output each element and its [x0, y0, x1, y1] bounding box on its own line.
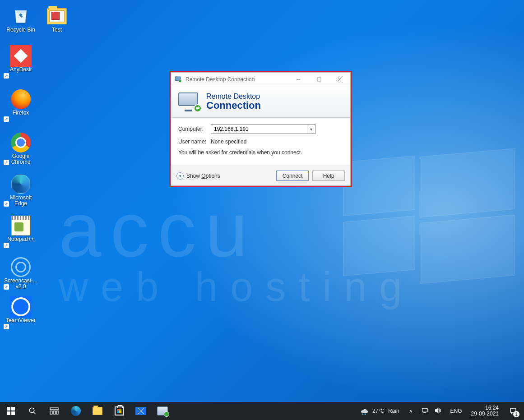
label-computer: Computer:	[178, 126, 211, 132]
tray-icons[interactable]	[418, 402, 445, 420]
desktop-icon-label: Firefox	[13, 110, 29, 116]
file-explorer-icon	[93, 407, 102, 415]
svg-rect-12	[50, 408, 58, 410]
taskbar-app-rdp[interactable]	[152, 402, 173, 420]
show-options-toggle[interactable]: ▾ Show Options	[176, 172, 220, 180]
shortcut-overlay-icon: ↗	[4, 243, 9, 248]
rdp-app-icon	[175, 76, 182, 83]
weather-icon	[360, 406, 369, 416]
rdp-icon	[157, 406, 168, 415]
shortcut-overlay-icon: ↗	[4, 160, 9, 165]
shortcut-overlay-icon: ↗	[4, 73, 9, 78]
ms-store-icon	[115, 406, 124, 415]
connect-button[interactable]: Connect	[276, 171, 309, 181]
svg-rect-15	[56, 411, 58, 414]
svg-line-16	[362, 413, 363, 415]
desktop-icon-test-folder[interactable]: Test	[39, 5, 75, 40]
computer-combobox[interactable]: ▾	[211, 124, 315, 134]
chevron-down-icon[interactable]: ▾	[307, 125, 315, 134]
desktop-icon-firefox[interactable]: ↗ Firefox	[3, 88, 39, 123]
shortcut-overlay-icon: ↗	[4, 116, 9, 122]
svg-line-18	[366, 413, 366, 415]
shortcut-overlay-icon: ↗	[4, 324, 9, 329]
svg-rect-8	[7, 411, 10, 415]
svg-rect-14	[53, 411, 56, 414]
volume-icon[interactable]	[434, 407, 441, 415]
desktop-icon-anydesk[interactable]: ↗ AnyDesk	[3, 44, 39, 79]
svg-line-11	[33, 412, 36, 414]
notification-count-badge: 1	[513, 411, 519, 417]
taskbar-app-edge[interactable]	[65, 402, 87, 420]
rdp-banner-icon: ⇄	[178, 92, 200, 111]
shortcut-overlay-icon: ↗	[4, 201, 9, 207]
svg-line-17	[364, 413, 364, 415]
weather-condition: Rain	[388, 408, 399, 414]
taskbar-clock[interactable]: 16:24 29-09-2021	[468, 405, 502, 417]
credentials-hint: You will be asked for credentials when y…	[178, 149, 343, 156]
folder-icon	[46, 5, 68, 27]
username-value: None specified	[211, 138, 246, 145]
svg-rect-3	[317, 78, 321, 81]
taskbar-app-store[interactable]	[108, 402, 130, 420]
rdp-window: Remote Desktop Connection ⇄ Remote Deskt…	[171, 72, 351, 186]
notepadpp-icon	[10, 215, 32, 236]
desktop-icon-label: Test	[52, 27, 62, 33]
svg-rect-7	[11, 407, 15, 411]
svg-rect-9	[11, 411, 15, 415]
search-button[interactable]	[22, 402, 43, 420]
svg-rect-6	[7, 407, 10, 411]
tray-overflow[interactable]: ʌ	[406, 402, 416, 420]
computer-input[interactable]	[214, 125, 307, 134]
weather-widget[interactable]: 27°C Rain	[355, 402, 404, 420]
desktop-icon-recycle-bin[interactable]: Recycle Bin	[3, 5, 39, 40]
action-center-button[interactable]: 1	[504, 402, 522, 420]
window-title: Remote Desktop Connection	[185, 76, 288, 83]
desktop-icon-label: TeamViewer	[6, 318, 36, 323]
close-button[interactable]	[329, 73, 350, 86]
chrome-icon	[10, 132, 32, 153]
teamviewer-icon	[10, 296, 32, 318]
task-view-button[interactable]	[43, 402, 65, 420]
svg-point-1	[179, 80, 181, 83]
desktop-icon-teamviewer[interactable]: ↗ TeamViewer	[3, 295, 39, 330]
desktop-icon-screencast[interactable]: ↗ Screencast-... v2.0	[3, 255, 39, 291]
svg-rect-13	[50, 411, 52, 414]
anydesk-icon	[10, 45, 32, 67]
desktop-icon-notepadpp[interactable]: ↗ Notepad++	[3, 214, 39, 249]
language-indicator[interactable]: ENG	[447, 402, 466, 420]
edge-icon	[10, 173, 32, 195]
chevron-up-icon: ʌ	[409, 408, 413, 414]
highlight-frame: Remote Desktop Connection ⇄ Remote Deskt…	[169, 71, 352, 187]
svg-point-10	[29, 408, 34, 413]
show-options-label: Show Options	[186, 173, 220, 179]
start-button[interactable]	[0, 402, 22, 420]
network-icon[interactable]	[422, 407, 429, 415]
titlebar[interactable]: Remote Desktop Connection	[171, 73, 350, 86]
edge-icon	[71, 406, 81, 416]
banner-line2: Connection	[206, 100, 261, 111]
maximize-button[interactable]	[309, 73, 329, 86]
svg-marker-22	[435, 408, 438, 413]
desktop-icon-label: AnyDesk	[10, 67, 32, 73]
chevron-down-icon: ▾	[176, 172, 184, 180]
label-username: User name:	[178, 138, 211, 145]
desktop-icon-label: Notepad++	[7, 236, 34, 242]
firefox-icon	[10, 88, 32, 110]
taskbar-app-explorer[interactable]	[87, 402, 108, 420]
taskbar: 27°C Rain ʌ ENG 16:24 29-09-2021 1	[0, 402, 524, 420]
minimize-button[interactable]	[288, 73, 309, 86]
banner-line1: Remote Desktop	[206, 93, 261, 101]
weather-temp: 27°C	[372, 408, 385, 414]
mail-icon	[135, 407, 146, 415]
taskbar-app-mail[interactable]	[130, 402, 152, 420]
svg-rect-19	[422, 408, 427, 412]
help-button[interactable]: Help	[312, 171, 345, 181]
clock-date: 29-09-2021	[471, 411, 499, 417]
shortcut-overlay-icon: ↗	[4, 284, 9, 290]
desktop-icon-label: Recycle Bin	[6, 27, 35, 33]
recycle-bin-icon	[10, 5, 32, 27]
desktop-icon-edge[interactable]: ↗ Microsoft Edge	[3, 172, 39, 208]
desktop-icon-chrome[interactable]: ↗ Google Chrome	[3, 131, 39, 166]
obs-icon	[10, 256, 32, 278]
rdp-banner: ⇄ Remote Desktop Connection	[171, 86, 350, 118]
